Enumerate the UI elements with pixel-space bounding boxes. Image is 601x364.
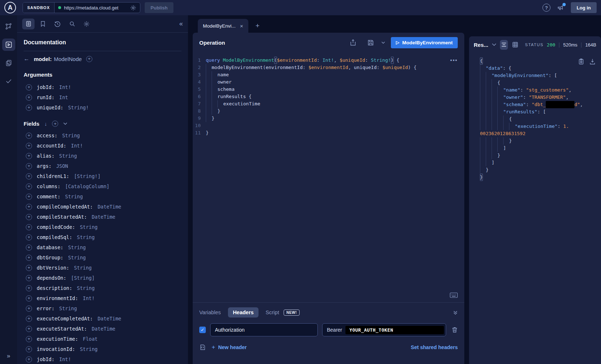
field-name[interactable]: columns: [37,183,60,189]
field-type[interactable]: String [80,224,98,230]
field-type[interactable]: [CatalogColumn] [65,183,109,189]
bookmarks-tab-icon[interactable] [37,19,49,29]
field-name[interactable]: description: [37,285,72,291]
header-value-field[interactable]: Bearer YOUR_AUTH_TOKEN [322,323,446,336]
close-tab-icon[interactable]: × [240,23,243,29]
chevron-down-icon[interactable] [63,122,67,125]
field-type[interactable]: String [77,285,95,291]
history-tab-icon[interactable] [51,19,64,29]
field-name[interactable]: executeCompletedAt: [37,316,93,321]
expand-rail-icon[interactable]: » [0,352,17,360]
field-type[interactable]: Int! [71,143,83,149]
field-name[interactable]: dbtVersion: [37,265,69,271]
field-name[interactable]: compileStartedAt: [37,214,87,220]
field-name[interactable]: executeStartedAt: [37,326,87,332]
endpoint-url-input[interactable]: https://metadata.cloud.get [64,5,127,11]
edit-headers-as-json-icon[interactable] [199,344,206,351]
save-operation-icon[interactable] [368,40,374,46]
field-type[interactable]: String [80,346,98,352]
add-field-to-query-icon[interactable] [26,153,32,159]
editor-menu-kebab-icon[interactable]: ••• [450,57,458,63]
publish-button[interactable]: Publish [145,2,173,13]
field-name[interactable]: executionTime: [37,336,78,342]
field-type[interactable]: String [68,255,86,260]
add-field-to-query-icon[interactable] [26,285,32,291]
field-type[interactable]: String [68,244,86,250]
keyboard-shortcuts-icon[interactable] [450,292,458,298]
collapse-section-double-chevron-icon[interactable] [453,310,458,315]
save-options-chevron-icon[interactable] [381,41,385,44]
add-field-to-query-icon[interactable] [26,244,32,251]
add-field-to-query-icon[interactable] [26,295,32,302]
help-icon[interactable]: ? [542,4,550,12]
field-name[interactable]: database: [37,244,63,250]
add-field-to-query-icon[interactable] [26,316,32,322]
add-field-to-query-icon[interactable] [26,105,32,111]
field-type[interactable]: JSON [56,163,68,169]
field-name[interactable]: args: [37,163,52,169]
add-field-to-query-icon[interactable] [26,84,32,90]
add-field-to-query-icon[interactable] [26,183,32,190]
set-shared-headers-button[interactable]: Set shared headers [411,344,458,350]
search-icon[interactable] [66,19,78,29]
tab-headers[interactable]: Headers [228,307,258,318]
field-type[interactable]: Int! [83,295,95,301]
endpoint-url-box[interactable]: https://metadata.cloud.get [55,3,140,13]
field-type[interactable]: Int! [59,84,71,90]
add-field-to-query-icon[interactable] [26,255,32,261]
field-type[interactable]: String [59,153,77,159]
tab-variables[interactable]: Variables [199,310,221,315]
add-field-to-query-icon[interactable] [26,275,32,281]
field-type[interactable]: String [59,306,77,311]
add-field-to-query-icon[interactable] [26,265,32,271]
add-field-to-query-icon[interactable] [26,336,32,342]
field-name[interactable]: alias: [37,153,55,159]
tab-modelbyenvironment[interactable]: ModelByEnvi... × [198,19,248,33]
field-type[interactable]: [String] [71,275,95,281]
sidebar-item-checks[interactable] [2,75,15,87]
field-type[interactable]: Int! [59,356,71,362]
collapse-docs-panel-icon[interactable]: « [179,20,183,28]
add-field-to-query-icon[interactable] [86,56,92,62]
add-field-to-query-icon[interactable] [26,173,32,179]
run-operation-button[interactable]: ▷ ModelByEnvironment [391,37,458,48]
sidebar-item-operation-collections[interactable] [2,57,15,69]
field-type[interactable]: [String!] [74,173,100,179]
documentation-tab-icon[interactable] [22,19,35,29]
add-field-to-query-icon[interactable] [26,194,32,200]
field-name[interactable]: comment: [37,194,60,199]
header-enabled-checkbox[interactable]: ✓ [199,327,206,333]
add-field-to-query-icon[interactable] [26,163,32,169]
response-dropdown-chevron-icon[interactable] [492,43,496,46]
new-header-button[interactable]: + New header [212,344,247,351]
auth-token-placeholder[interactable]: YOUR_AUTH_TOKEN [345,326,444,334]
back-arrow-icon[interactable]: ← [24,56,29,62]
sidebar-item-explorer[interactable] [2,39,15,51]
field-type[interactable]: String [77,234,95,240]
field-type[interactable]: Int [59,94,68,100]
field-type[interactable]: String! [68,105,89,110]
add-field-to-query-icon[interactable] [26,234,32,240]
login-button[interactable]: Log in [571,2,597,13]
field-name[interactable]: error: [37,306,55,311]
header-name-input[interactable] [210,323,318,336]
add-field-to-query-icon[interactable] [26,94,32,101]
field-name[interactable]: uniqueId: [37,105,63,110]
sidebar-item-schema[interactable] [2,20,15,33]
share-operation-icon[interactable] [350,39,356,46]
add-field-to-query-icon[interactable] [26,143,32,149]
field-name[interactable]: access: [37,133,57,138]
field-type[interactable]: DateTime [92,214,115,220]
add-field-to-query-icon[interactable] [26,133,32,139]
explorer-settings-gear-icon[interactable] [80,19,93,29]
graphql-editor[interactable]: 1query ModelByEnvironment($environmentId… [193,52,464,302]
field-name[interactable]: runId: [37,94,55,100]
add-field-to-query-icon[interactable] [26,346,32,352]
add-field-to-query-icon[interactable] [26,204,32,210]
connection-settings-gear-icon[interactable] [130,5,136,11]
add-field-to-query-icon[interactable] [26,326,32,332]
field-name[interactable]: compileCompletedAt: [37,204,93,210]
field-type[interactable]: DateTime [97,204,121,210]
field-type[interactable]: String [65,194,83,199]
tab-script[interactable]: Script [266,310,279,315]
